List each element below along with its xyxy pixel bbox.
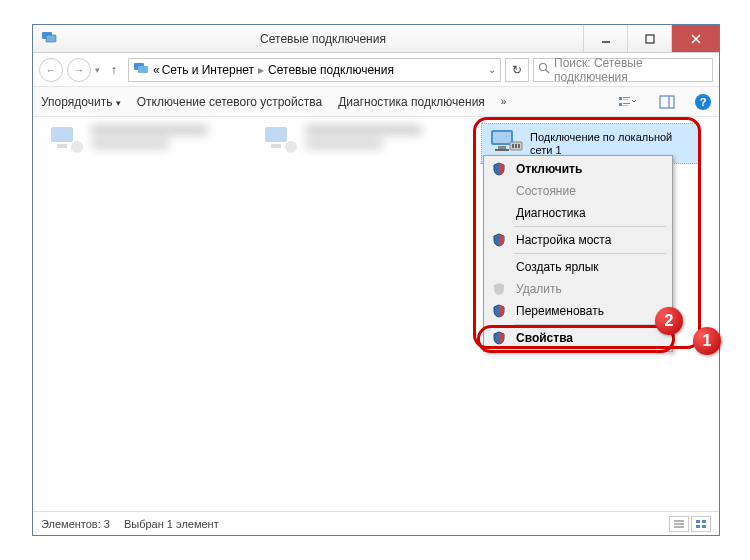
back-button[interactable]: ← (39, 58, 63, 82)
svg-rect-26 (498, 146, 506, 149)
ctx-diagnostics[interactable]: Диагностика (486, 202, 670, 224)
details-view-button[interactable] (669, 516, 689, 532)
statusbar: Элементов: 3 Выбран 1 элемент (33, 511, 719, 535)
connection-name: Подключение по локальной сети 1 (530, 131, 692, 157)
svg-rect-7 (138, 66, 148, 73)
titlebar: Сетевые подключения (33, 25, 719, 53)
status-selected-count: Выбран 1 элемент (124, 518, 219, 530)
breadcrumb-icon (133, 60, 149, 79)
ctx-bridge[interactable]: Настройка моста (486, 229, 670, 251)
command-bar: Упорядочить ▾ Отключение сетевого устрой… (33, 87, 719, 117)
shield-icon (490, 329, 508, 347)
svg-rect-25 (493, 132, 511, 143)
up-button[interactable]: ↑ (104, 60, 124, 80)
breadcrumb-parent[interactable]: Сеть и Интернет (162, 63, 254, 77)
svg-line-9 (546, 70, 549, 73)
search-icon (538, 62, 550, 77)
ctx-properties[interactable]: Свойства (486, 327, 670, 349)
connection-label-blurred (91, 125, 221, 153)
view-toggle (669, 516, 711, 532)
breadcrumb-dropdown-icon[interactable]: ⌄ (488, 64, 496, 75)
ctx-separator (514, 324, 666, 325)
more-commands-button[interactable]: » (501, 96, 507, 107)
search-input[interactable]: Поиск: Сетевые подключения (533, 58, 713, 82)
ctx-delete: Удалить (486, 278, 670, 300)
view-options-button[interactable] (615, 91, 639, 113)
disable-device-button[interactable]: Отключение сетевого устройства (137, 95, 322, 109)
icons-view-button[interactable] (691, 516, 711, 532)
connection-item-blurred (47, 125, 87, 155)
svg-rect-18 (51, 127, 73, 142)
svg-point-8 (540, 64, 547, 71)
ctx-rename[interactable]: Переименовать (486, 300, 670, 322)
svg-point-23 (285, 141, 297, 153)
forward-button[interactable]: → (67, 58, 91, 82)
callout-badge-2: 2 (655, 307, 683, 335)
connection-item-blurred (261, 125, 301, 155)
svg-rect-21 (265, 127, 287, 142)
svg-rect-22 (271, 144, 281, 148)
svg-rect-31 (518, 144, 520, 148)
svg-rect-15 (623, 105, 628, 106)
content-area: Подключение по локальной сети 1 Отключит… (33, 117, 719, 511)
svg-rect-30 (515, 144, 517, 148)
svg-rect-36 (702, 520, 706, 523)
ctx-separator (514, 253, 666, 254)
svg-rect-11 (623, 97, 630, 98)
ctx-status: Состояние (486, 180, 670, 202)
app-icon (41, 29, 57, 49)
svg-rect-27 (495, 149, 509, 151)
help-button[interactable]: ? (695, 94, 711, 110)
svg-rect-14 (623, 103, 630, 104)
context-menu: Отключить Состояние Диагностика Настройк… (483, 155, 673, 352)
svg-rect-37 (696, 525, 700, 528)
preview-pane-button[interactable] (655, 91, 679, 113)
shield-icon (490, 280, 508, 298)
svg-rect-3 (646, 35, 654, 43)
status-element-count: Элементов: 3 (41, 518, 110, 530)
shield-icon (490, 160, 508, 178)
breadcrumb[interactable]: « Сеть и Интернет ▸ Сетевые подключения … (128, 58, 501, 82)
svg-rect-1 (46, 35, 56, 42)
shield-icon (490, 231, 508, 249)
ctx-create-shortcut[interactable]: Создать ярлык (486, 256, 670, 278)
navbar: ← → ▾ ↑ « Сеть и Интернет ▸ Сетевые подк… (33, 53, 719, 87)
maximize-button[interactable] (627, 25, 671, 52)
breadcrumb-current[interactable]: Сетевые подключения (268, 63, 394, 77)
breadcrumb-prefix: « (153, 63, 160, 77)
breadcrumb-sep-icon: ▸ (256, 63, 266, 77)
svg-rect-35 (696, 520, 700, 523)
svg-rect-38 (702, 525, 706, 528)
svg-rect-19 (57, 144, 67, 148)
window-title: Сетевые подключения (63, 32, 583, 46)
svg-rect-13 (619, 103, 622, 106)
search-placeholder: Поиск: Сетевые подключения (554, 56, 708, 84)
svg-rect-10 (619, 97, 622, 100)
recent-dropdown-icon[interactable]: ▾ (95, 65, 100, 75)
svg-rect-16 (660, 96, 674, 108)
svg-point-20 (71, 141, 83, 153)
window-controls (583, 25, 719, 52)
window: Сетевые подключения ← → ▾ ↑ « Сеть и Инт… (32, 24, 720, 536)
diagnostics-button[interactable]: Диагностика подключения (338, 95, 485, 109)
ctx-disable[interactable]: Отключить (486, 158, 670, 180)
organize-menu[interactable]: Упорядочить ▾ (41, 95, 121, 109)
minimize-button[interactable] (583, 25, 627, 52)
refresh-button[interactable]: ↻ (505, 58, 529, 82)
svg-rect-12 (623, 99, 628, 100)
shield-icon (490, 302, 508, 320)
svg-rect-29 (512, 144, 514, 148)
connection-label-blurred (305, 125, 435, 153)
ctx-separator (514, 226, 666, 227)
close-button[interactable] (671, 25, 719, 52)
callout-badge-1: 1 (693, 327, 721, 355)
